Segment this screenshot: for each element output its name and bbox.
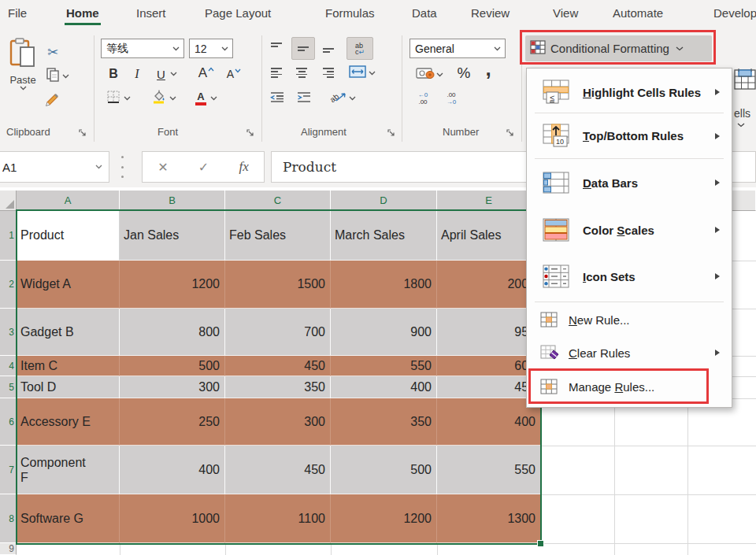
row-header-8[interactable]: 8: [0, 494, 17, 543]
cell[interactable]: 400: [331, 376, 437, 398]
row-header-2[interactable]: 2: [0, 261, 17, 309]
number-format-combo[interactable]: General: [410, 39, 506, 58]
font-name-combo[interactable]: 等线: [101, 39, 184, 58]
select-all-corner[interactable]: [0, 191, 17, 211]
increase-indent-button[interactable]: [293, 88, 315, 109]
row-header-6[interactable]: 6: [0, 398, 17, 446]
cell[interactable]: 500: [331, 446, 437, 494]
cell[interactable]: 900: [331, 309, 437, 356]
cell[interactable]: 1000: [120, 494, 225, 543]
underline-chevron[interactable]: [170, 72, 177, 76]
tab-insert[interactable]: Insert: [136, 6, 166, 20]
active-cell-a1[interactable]: Product: [17, 211, 120, 261]
cancel-button[interactable]: ✕: [158, 160, 168, 175]
cell[interactable]: 1100: [225, 494, 331, 543]
menu-item-clear-rules[interactable]: Clear Rules: [528, 336, 731, 369]
column-header-c[interactable]: C: [225, 191, 331, 211]
borders-button[interactable]: [102, 88, 135, 109]
menu-item-highlight-cells-rules[interactable]: ≤Highlight Cells Rules: [528, 72, 731, 113]
tab-automate[interactable]: Automate: [613, 6, 663, 20]
conditional-formatting-button[interactable]: Conditional Formatting: [525, 35, 712, 61]
cell[interactable]: 500: [120, 356, 225, 376]
cell[interactable]: Feb Sales: [225, 211, 331, 261]
increase-decimal-button[interactable]: ←0.00: [411, 88, 435, 109]
cell[interactable]: 550: [331, 356, 437, 376]
cells-group-chevron[interactable]: [737, 123, 745, 128]
insert-function-button[interactable]: fx: [239, 159, 249, 175]
menu-item-new-rule[interactable]: New Rule...: [528, 303, 731, 336]
row-header-4[interactable]: 4: [0, 356, 17, 376]
cell[interactable]: 350: [331, 398, 437, 446]
cell[interactable]: Software G: [17, 494, 120, 543]
cell[interactable]: 800: [120, 309, 225, 356]
tab-data[interactable]: Data: [412, 6, 437, 20]
row-header-3[interactable]: 3: [0, 309, 17, 356]
name-box[interactable]: A1: [0, 151, 109, 183]
fill-color-button[interactable]: [146, 88, 181, 109]
font-dialog-launcher[interactable]: [246, 128, 257, 138]
cell[interactable]: March Sales: [331, 211, 437, 261]
cell[interactable]: Tool D: [17, 376, 120, 398]
accounting-format-button[interactable]: [411, 65, 447, 85]
copy-button[interactable]: [41, 66, 74, 87]
orientation-button[interactable]: ab: [324, 88, 361, 109]
tab-home[interactable]: Home: [66, 6, 99, 20]
enter-button[interactable]: ✓: [198, 160, 209, 175]
cell[interactable]: 550: [437, 446, 541, 494]
menu-item-top-bottom-rules[interactable]: 10Top/Bottom Rules: [528, 113, 731, 158]
bold-button[interactable]: B: [104, 65, 123, 83]
number-dialog-launcher[interactable]: [506, 128, 517, 138]
cell[interactable]: 350: [225, 376, 331, 398]
align-top-button[interactable]: [266, 38, 287, 57]
align-left-button[interactable]: [266, 63, 287, 83]
merge-center-chevron[interactable]: [369, 71, 376, 76]
cell[interactable]: 400: [120, 446, 225, 494]
orientation-chevron[interactable]: [349, 96, 356, 101]
align-right-button[interactable]: [318, 63, 339, 83]
cut-button[interactable]: ✂: [43, 43, 63, 61]
column-header-b[interactable]: B: [120, 191, 225, 211]
cell[interactable]: 300: [120, 376, 225, 398]
wrap-text-button[interactable]: abc↵: [346, 37, 373, 60]
alignment-dialog-launcher[interactable]: [387, 128, 398, 138]
cell[interactable]: 450: [225, 446, 331, 494]
row-header-9[interactable]: 9: [0, 543, 17, 555]
font-name-chevron[interactable]: [172, 46, 180, 51]
menu-item-manage-rules[interactable]: Manage Rules...: [528, 369, 731, 404]
accounting-chevron[interactable]: [436, 72, 443, 77]
name-box-chevron[interactable]: [95, 165, 102, 169]
menu-item-icon-sets[interactable]: Icon Sets: [528, 253, 731, 299]
fill-color-chevron[interactable]: [169, 96, 176, 101]
cell[interactable]: 1800: [331, 261, 437, 309]
clipboard-dialog-launcher[interactable]: [79, 128, 89, 138]
cell[interactable]: 250: [120, 398, 225, 446]
font-size-chevron[interactable]: [221, 46, 228, 51]
align-bottom-button[interactable]: [318, 38, 339, 57]
cell[interactable]: 1500: [225, 261, 331, 309]
italic-button[interactable]: I: [128, 65, 146, 83]
cell[interactable]: 1200: [331, 494, 437, 543]
cell[interactable]: Gadget B: [17, 309, 120, 356]
comma-style-button[interactable]: ,: [479, 58, 498, 79]
tab-review[interactable]: Review: [471, 6, 510, 20]
copy-dropdown-chevron[interactable]: [62, 74, 69, 79]
decrease-decimal-button[interactable]: .00→0: [439, 88, 463, 109]
number-format-chevron[interactable]: [494, 46, 501, 51]
paste-dropdown-chevron[interactable]: [20, 86, 27, 91]
column-header-a[interactable]: A: [17, 191, 120, 211]
shrink-font-button[interactable]: A: [224, 65, 244, 83]
cell[interactable]: 300: [225, 398, 331, 446]
tab-view[interactable]: View: [553, 6, 578, 20]
format-painter-button[interactable]: [43, 91, 63, 112]
cell[interactable]: 450: [225, 356, 331, 376]
grow-font-button[interactable]: A: [195, 63, 217, 83]
menu-item-color-scales[interactable]: Color Scales: [528, 206, 731, 253]
font-size-combo[interactable]: 12: [189, 39, 233, 58]
cell[interactable]: Item C: [17, 356, 120, 376]
conditional-formatting-chevron[interactable]: [676, 46, 684, 51]
underline-button[interactable]: U: [151, 65, 183, 83]
cell[interactable]: Accessory E: [17, 398, 120, 446]
formula-bar-grip-dots[interactable]: [120, 156, 124, 178]
cell[interactable]: Widget A: [17, 261, 120, 309]
align-middle-button[interactable]: [291, 37, 315, 60]
